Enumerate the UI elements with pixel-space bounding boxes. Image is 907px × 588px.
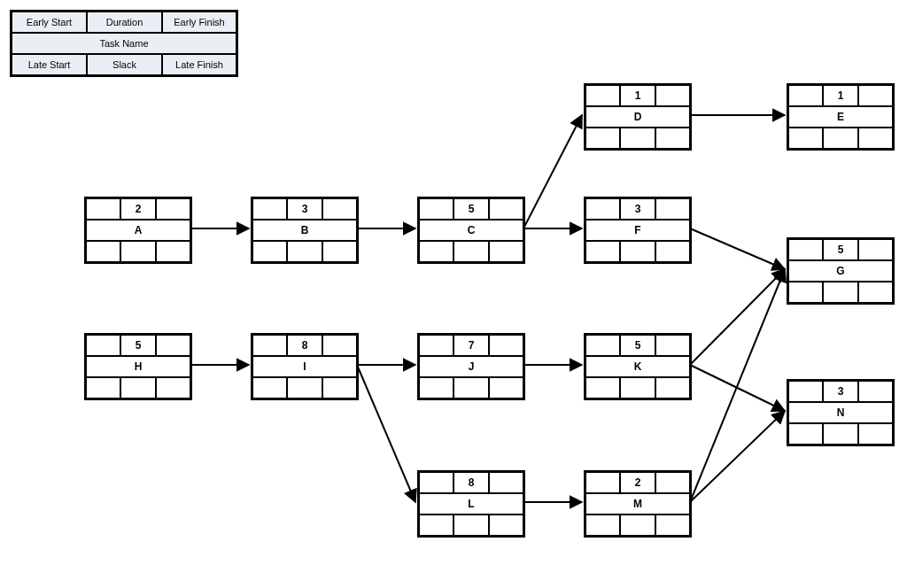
edge-M-N <box>690 411 785 502</box>
cell-early-finish <box>858 381 893 402</box>
cell-late-start <box>252 241 287 262</box>
cell-late-finish <box>858 282 893 303</box>
cell-late-finish <box>858 128 893 149</box>
edge-M-G <box>690 269 785 502</box>
cell-early-start <box>585 85 620 106</box>
cell-late-start <box>419 241 454 262</box>
cell-late-start <box>585 377 620 398</box>
cell-slack <box>823 423 858 445</box>
cell-late-finish <box>655 514 690 536</box>
cell-early-start <box>788 239 823 260</box>
cell-slack <box>620 128 655 149</box>
cell-task-name: G <box>788 260 893 282</box>
cell-late-finish <box>322 377 357 398</box>
cell-task-name: M <box>585 493 690 514</box>
cell-duration: 8 <box>454 472 489 493</box>
cell-duration: 3 <box>620 198 655 220</box>
edge-F-G <box>690 228 785 269</box>
cell-late-start <box>585 241 620 262</box>
cell-late-finish <box>489 514 523 536</box>
cell-task-name: E <box>788 106 893 128</box>
cell-task-name: J <box>419 356 523 377</box>
cell-early-finish <box>322 335 357 356</box>
task-node-B: 3B <box>251 197 359 264</box>
cell-early-finish <box>655 85 690 106</box>
cell-early-finish <box>489 472 523 493</box>
cell-late-start <box>252 377 287 398</box>
task-node-G: 5G <box>787 237 895 305</box>
cell-task-name: B <box>252 220 357 241</box>
task-node-F: 3F <box>584 197 692 264</box>
cell-early-finish <box>489 198 523 220</box>
cell-duration: 3 <box>287 198 322 220</box>
cell-duration: 1 <box>620 85 655 106</box>
cell-early-start <box>585 472 620 493</box>
cell-late-start <box>585 128 620 149</box>
cell-early-start <box>419 198 454 220</box>
cell-slack <box>454 241 489 262</box>
task-node-J: 7J <box>417 333 525 400</box>
cell-duration: 5 <box>620 335 655 356</box>
cell-early-finish <box>156 335 190 356</box>
cell-slack <box>823 128 858 149</box>
cell-late-finish <box>858 423 893 445</box>
cell-duration: 3 <box>823 381 858 402</box>
cell-late-finish <box>156 377 190 398</box>
cell-late-finish <box>655 377 690 398</box>
cell-late-start <box>419 514 454 536</box>
cell-duration: 5 <box>120 335 156 356</box>
task-node-E: 1E <box>787 83 895 151</box>
cell-early-start <box>86 198 120 220</box>
task-node-C: 5C <box>417 197 525 264</box>
cell-early-finish <box>655 198 690 220</box>
cell-early-start <box>86 335 120 356</box>
cell-duration: 8 <box>287 335 322 356</box>
cell-task-name: L <box>419 493 523 514</box>
cell-duration: 1 <box>823 85 858 106</box>
edge-C-D <box>523 115 582 228</box>
cell-task-name: H <box>86 356 190 377</box>
cell-early-finish <box>858 239 893 260</box>
cell-slack <box>620 241 655 262</box>
cell-early-start <box>252 198 287 220</box>
cell-duration: 5 <box>454 198 489 220</box>
cell-slack <box>120 377 156 398</box>
cell-early-finish <box>156 198 190 220</box>
edge-K-G <box>690 269 785 365</box>
cell-early-start <box>419 472 454 493</box>
cell-late-start <box>86 241 120 262</box>
task-node-N: 3N <box>787 379 895 446</box>
cell-early-start <box>788 85 823 106</box>
cell-early-start <box>585 198 620 220</box>
cell-early-finish <box>655 335 690 356</box>
cell-slack <box>120 241 156 262</box>
cell-early-start <box>788 381 823 402</box>
cell-task-name: K <box>585 356 690 377</box>
task-node-H: 5H <box>84 333 192 400</box>
cell-task-name: I <box>252 356 357 377</box>
cell-late-start <box>788 282 823 303</box>
cell-late-start <box>419 377 454 398</box>
cell-slack <box>287 377 322 398</box>
cell-task-name: D <box>585 106 690 128</box>
cell-early-finish <box>655 472 690 493</box>
cell-late-start <box>788 128 823 149</box>
cell-late-finish <box>322 241 357 262</box>
cell-early-finish <box>322 198 357 220</box>
cell-late-start <box>585 514 620 536</box>
cell-duration: 5 <box>823 239 858 260</box>
cell-task-name: N <box>788 402 893 423</box>
cell-slack <box>454 377 489 398</box>
task-node-M: 2M <box>584 470 692 538</box>
cell-late-finish <box>655 241 690 262</box>
cell-late-start <box>86 377 120 398</box>
task-node-K: 5K <box>584 333 692 400</box>
cell-early-finish <box>858 85 893 106</box>
task-node-A: 2A <box>84 197 192 264</box>
cell-task-name: A <box>86 220 190 241</box>
task-node-D: 1D <box>584 83 692 151</box>
cell-duration: 2 <box>120 198 156 220</box>
cell-early-finish <box>489 335 523 356</box>
cell-task-name: F <box>585 220 690 241</box>
cell-early-start <box>252 335 287 356</box>
